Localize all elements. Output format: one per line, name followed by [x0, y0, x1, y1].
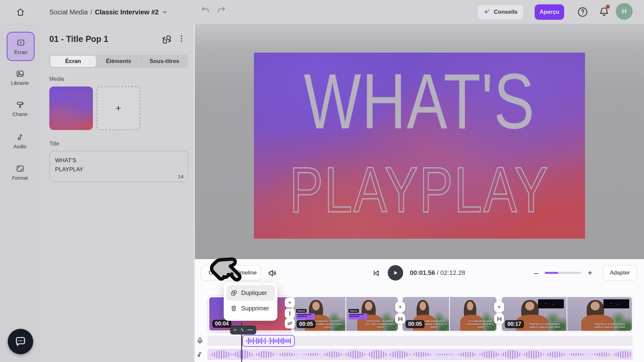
mic-icon — [196, 337, 204, 345]
time-separator: / — [435, 269, 440, 276]
play-button[interactable] — [388, 265, 403, 281]
home-button[interactable] — [13, 4, 28, 20]
conseils-button[interactable]: Conseils — [477, 4, 524, 20]
redo-icon[interactable] — [217, 5, 226, 15]
menu-item-label: Supprimer — [241, 305, 269, 312]
kebab-menu-icon[interactable]: ⋮ — [178, 34, 185, 43]
apercu-button[interactable]: Aperçu — [535, 4, 564, 20]
sidebar-item-label: Audio — [13, 143, 26, 149]
tab-sous-titres[interactable]: Sous-titres — [142, 56, 187, 67]
zoom-in-button[interactable]: + — [588, 268, 592, 278]
tab-ecran[interactable]: Écran — [50, 56, 96, 67]
clip-subtitle: PlayPlay is a video creation platform us… — [590, 322, 630, 328]
panel-tabs: Écran Éléments Sous-titres — [49, 55, 188, 68]
avatar[interactable]: H — [616, 3, 633, 20]
screen-icon — [16, 38, 25, 47]
chat-fab[interactable] — [8, 329, 33, 354]
time-display: 00:01.56 / 02:12.28 — [410, 269, 465, 277]
left-rail: Écran Librairie Charte Audio Format — [0, 24, 40, 362]
total-time: 02:12.28 — [440, 269, 465, 276]
clip-duration-badge: 00:04 — [212, 320, 231, 328]
title-input[interactable]: WHAT'S PLAYPLAY — [49, 151, 188, 182]
format-icon — [16, 164, 24, 173]
media-thumbnail[interactable] — [49, 86, 93, 130]
voiceover-segment[interactable] — [242, 335, 295, 347]
clip-duration-badge: 00:05 — [406, 320, 425, 328]
library-icon — [16, 69, 24, 78]
breadcrumb[interactable]: Social Media / Classic Interview #2 — [49, 0, 168, 24]
breadcrumb-separator: / — [91, 8, 93, 16]
chevron-down-icon — [161, 9, 168, 15]
sidebar-item-label: Librairie — [11, 80, 29, 86]
pencil-icon[interactable]: ✎ — [240, 328, 244, 332]
adapter-button[interactable]: Adapter — [602, 265, 637, 281]
media-label: Media — [49, 76, 64, 82]
zoom-slider[interactable] — [545, 272, 582, 274]
tab-elements[interactable]: Éléments — [96, 56, 142, 67]
sidebar-item-label: Format — [12, 175, 28, 181]
undo-icon[interactable] — [201, 5, 210, 15]
clip-duration-badge: 00:05 — [297, 320, 316, 328]
timeline-clip[interactable]: PlayPlay is a video creation platform us… — [501, 296, 633, 331]
divider-icon — [289, 311, 290, 316]
top-bar: Social Media / Classic Interview #2 Cons… — [0, 0, 644, 24]
scissors-icon[interactable]: ✂ — [233, 328, 237, 332]
menu-item-dupliquer[interactable]: Dupliquer — [226, 285, 275, 301]
sidebar-item-charte[interactable]: Charte — [0, 101, 40, 117]
home-icon — [16, 7, 25, 17]
menu-item-supprimer[interactable]: Supprimer — [226, 301, 275, 316]
skip-to-start-icon[interactable] — [372, 269, 380, 278]
split-divider-button[interactable] — [285, 308, 295, 318]
view-switcher: Outils Timeline — [201, 265, 261, 281]
screen-share-overlay — [603, 299, 629, 308]
hide-transition-button[interactable] — [285, 318, 295, 328]
sidebar-item-ecran[interactable]: Écran — [7, 32, 35, 61]
chat-icon — [14, 336, 26, 348]
add-media-button[interactable]: + — [97, 86, 140, 130]
more-icon[interactable]: ••• — [247, 328, 253, 332]
title-label: Title — [49, 141, 59, 147]
video-canvas[interactable]: WHAT'S PLAYPLAY — [254, 53, 585, 239]
app-root: Social Media / Classic Interview #2 Cons… — [0, 0, 644, 362]
speaker-name-tag: Marine — [296, 309, 307, 313]
music-track[interactable] — [207, 349, 633, 360]
current-time: 00:01.56 — [410, 269, 435, 276]
clip-frame: PlayPlay is a video creation platform us… — [567, 297, 632, 331]
screen-share-overlay — [538, 299, 564, 308]
person-decor — [365, 302, 372, 310]
screen-title: 01 - Title Pop 1 — [49, 34, 108, 44]
speaker-role-tag — [348, 313, 367, 319]
transition-button[interactable] — [494, 314, 504, 324]
help-icon[interactable] — [577, 6, 588, 18]
brand-kit-icon — [16, 101, 24, 109]
timeline-tab[interactable]: Timeline — [231, 269, 261, 276]
sidebar-item-format[interactable]: Format — [0, 164, 40, 181]
play-icon — [392, 270, 398, 276]
timeline-clip[interactable]: MarineHi everyone, I'm Marine, your vide… — [293, 296, 398, 331]
menu-item-label: Dupliquer — [241, 290, 267, 297]
canvas-title-line2: PLAYPLAY — [254, 153, 585, 227]
music-note-icon — [196, 351, 203, 358]
conseils-label: Conseils — [494, 9, 518, 15]
transition-icon — [397, 316, 403, 322]
replace-screen-icon[interactable] — [162, 35, 172, 45]
trash-icon — [230, 305, 237, 312]
clip-subtitle: Hi everyone, I'm Marine, your video cont… — [312, 319, 344, 328]
add-screen-button[interactable]: + — [285, 298, 295, 308]
breadcrumb-project: Classic Interview #2 — [95, 8, 159, 16]
timeline-clip[interactable]: In a fast-paced world, businesses have a… — [402, 296, 497, 331]
transition-button[interactable] — [395, 314, 405, 324]
clip-action-toolbar: ✂ ✎ ••• — [230, 325, 256, 335]
clip-subtitle: Hi everyone, I'm Marine, your video cont… — [364, 319, 396, 328]
volume-icon[interactable] — [267, 268, 277, 278]
notification-dot — [606, 5, 610, 9]
add-screen-button[interactable]: + — [395, 302, 405, 312]
speaker-role-tag — [296, 313, 315, 319]
add-screen-button[interactable]: + — [494, 302, 504, 312]
sidebar-item-librairie[interactable]: Librairie — [0, 69, 40, 86]
duplicate-icon — [230, 290, 237, 296]
sidebar-item-audio[interactable]: Audio — [0, 133, 40, 149]
zoom-out-button[interactable]: – — [534, 268, 538, 278]
audio-note-icon — [16, 133, 24, 141]
outils-tab[interactable]: Outils — [201, 269, 231, 276]
